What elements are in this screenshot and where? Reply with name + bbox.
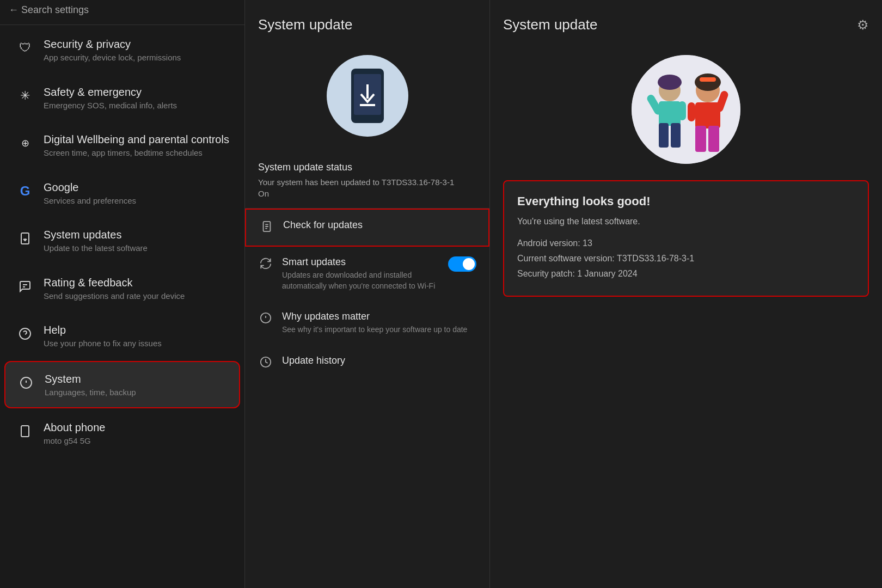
history-icon: [258, 356, 273, 371]
system-updates-icon: [15, 229, 35, 248]
item-title: Google: [44, 180, 229, 194]
svg-rect-34: [688, 102, 695, 121]
item-title: Security & privacy: [44, 37, 229, 51]
item-subtitle: moto g54 5G: [44, 436, 229, 446]
svg-point-29: [695, 74, 721, 91]
settings-menu-panel: ← Search settings 🛡 Security & privacy A…: [0, 0, 245, 588]
item-subtitle: Languages, time, backup: [45, 387, 228, 398]
wellbeing-icon: ⊕: [15, 133, 35, 153]
sidebar-item-help[interactable]: Help Use your phone to fix any issues: [4, 313, 240, 359]
why-updates-icon: [258, 312, 273, 327]
system-icon: [16, 373, 36, 393]
why-updates-title: Why updates matter: [282, 311, 476, 322]
why-updates-item[interactable]: Why updates matter See why it's importan…: [245, 301, 489, 345]
success-title: Everything looks good!: [517, 194, 855, 209]
item-subtitle: Update to the latest software: [44, 243, 229, 254]
sidebar-item-rating[interactable]: Rating & feedback Send suggestions and r…: [4, 266, 240, 311]
check-updates-title: Check for updates: [283, 219, 475, 231]
update-status-text: Your system has been updated to T3TDS33.…: [258, 176, 476, 199]
item-subtitle: Services and preferences: [44, 195, 229, 206]
settings-gear-icon[interactable]: ⚙: [857, 17, 869, 33]
item-subtitle: Send suggestions and rate your device: [44, 291, 229, 302]
smart-updates-title: Smart updates: [282, 256, 439, 268]
item-title: Rating & feedback: [44, 275, 229, 290]
check-updates-icon: [259, 220, 274, 236]
success-text: You're using the latest software. Androi…: [517, 215, 855, 280]
update-status-title: System update status: [258, 162, 476, 173]
item-subtitle: Screen time, app timers, bedtime schedul…: [44, 148, 229, 158]
sidebar-item-system-updates[interactable]: System updates Update to the latest soft…: [4, 218, 240, 264]
update-illustration: [245, 55, 489, 137]
middle-panel-title: System update: [245, 11, 489, 44]
update-status-section: System update status Your system has bee…: [245, 153, 489, 209]
item-title: About phone: [44, 420, 229, 434]
item-subtitle: App security, device lock, permissions: [44, 52, 229, 63]
celebration-circle: [632, 55, 740, 164]
item-title: Safety & emergency: [44, 85, 229, 99]
sidebar-item-digital-wellbeing[interactable]: ⊕ Digital Wellbeing and parental control…: [4, 122, 240, 168]
sidebar-item-system[interactable]: System Languages, time, backup: [4, 361, 240, 409]
svg-rect-33: [708, 126, 719, 152]
update-history-item[interactable]: Update history: [245, 345, 489, 381]
item-title: System: [45, 372, 228, 386]
item-title: Digital Wellbeing and parental controls: [44, 132, 229, 146]
sidebar-item-security[interactable]: 🛡 Security & privacy App security, devic…: [4, 27, 240, 73]
google-icon: G: [15, 181, 35, 201]
right-panel-title: System update: [503, 16, 597, 33]
system-update-detail-panel: System update ⚙: [490, 0, 882, 588]
shield-icon: 🛡: [15, 38, 35, 58]
sidebar-item-google[interactable]: G Google Services and preferences: [4, 170, 240, 216]
smart-updates-toggle[interactable]: [448, 256, 476, 272]
item-subtitle: Use your phone to fix any issues: [44, 338, 229, 349]
celebration-illustration: [490, 55, 882, 164]
help-icon: [15, 324, 35, 344]
phone-circle: [327, 55, 408, 137]
system-update-panel: System update System update status: [245, 0, 490, 588]
smart-updates-item[interactable]: Smart updates Updates are downloaded and…: [245, 247, 489, 301]
svg-rect-24: [659, 123, 669, 148]
success-card: Everything looks good! You're using the …: [503, 180, 869, 297]
smart-updates-icon: [258, 258, 273, 273]
item-title: System updates: [44, 228, 229, 242]
item-title: Help: [44, 323, 229, 337]
search-bar: ← Search settings: [0, 0, 244, 25]
svg-rect-32: [695, 126, 706, 152]
right-header: System update ⚙: [490, 11, 882, 44]
smart-updates-toggle-container: [448, 256, 476, 272]
svg-point-22: [658, 75, 682, 90]
smart-updates-subtitle: Updates are downloaded and installed aut…: [282, 270, 439, 291]
sidebar-item-safety[interactable]: ✳ Safety & emergency Emergency SOS, medi…: [4, 75, 240, 121]
sidebar-item-about[interactable]: About phone moto g54 5G: [4, 411, 240, 456]
safety-icon: ✳: [15, 86, 35, 106]
svg-rect-25: [671, 123, 681, 148]
about-icon: [15, 421, 35, 441]
check-for-updates-item[interactable]: Check for updates: [245, 209, 489, 247]
rating-icon: [15, 277, 35, 296]
svg-rect-27: [678, 101, 686, 120]
update-history-title: Update history: [282, 355, 476, 366]
svg-rect-23: [659, 101, 681, 126]
why-updates-subtitle: See why it's important to keep your soft…: [282, 324, 476, 335]
item-subtitle: Emergency SOS, medical info, alerts: [44, 100, 229, 111]
svg-rect-30: [700, 77, 716, 82]
